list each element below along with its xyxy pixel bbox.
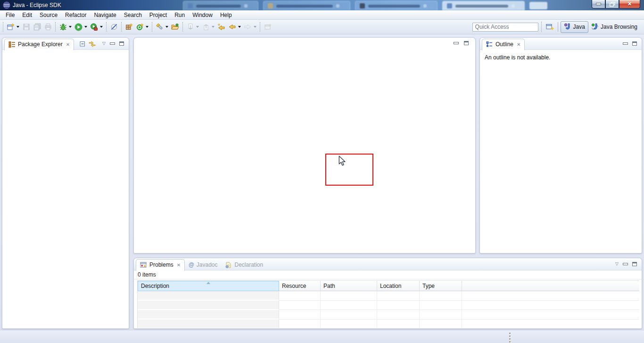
forward-dropdown[interactable] (254, 26, 256, 28)
previous-annotation-dropdown[interactable] (212, 26, 215, 28)
minimize-view-icon[interactable] (454, 42, 459, 44)
table-row (138, 291, 639, 301)
view-menu-icon[interactable]: ▽ (102, 41, 106, 46)
toolbar-separator (121, 22, 122, 32)
collapse-all-button[interactable] (78, 39, 87, 49)
close-icon[interactable]: ✕ (517, 42, 520, 47)
back-dropdown[interactable] (238, 26, 241, 28)
editor-area[interactable] (133, 37, 476, 253)
perspective-java-browsing-button[interactable]: Java Browsing (588, 22, 640, 33)
column-header-type[interactable]: Type (420, 281, 462, 291)
new-wizard-button[interactable] (5, 21, 16, 33)
close-icon: ✕ (627, 1, 632, 7)
window-title: Java - Eclipse SDK (13, 2, 61, 8)
package-explorer-content[interactable] (2, 50, 129, 329)
minimize-view-icon[interactable] (623, 263, 628, 265)
declaration-icon (225, 261, 232, 269)
view-menu-icon[interactable]: ▽ (615, 262, 619, 266)
new-java-project-button[interactable] (124, 21, 134, 33)
column-header-path[interactable]: Path (321, 281, 377, 291)
menu-run[interactable]: Run (171, 11, 189, 19)
java-perspective-icon (564, 23, 571, 32)
link-with-editor-button[interactable] (87, 39, 97, 49)
toolbar-handle (3, 22, 3, 32)
maximize-view-icon[interactable] (119, 41, 124, 46)
column-header-description[interactable]: Description (138, 281, 279, 291)
mouse-cursor (338, 155, 347, 168)
menu-help[interactable]: Help (216, 11, 236, 19)
debug-button[interactable] (58, 21, 68, 33)
menu-bar: File Edit Source Refactor Navigate Searc… (0, 10, 644, 20)
perspective-java-browsing-label: Java Browsing (601, 24, 637, 30)
menu-window[interactable]: Window (189, 11, 216, 19)
declaration-tab[interactable]: Declaration (221, 259, 267, 271)
maximize-view-icon[interactable] (632, 262, 637, 266)
toolbar-separator (152, 22, 152, 32)
close-icon[interactable]: ✕ (177, 262, 181, 268)
skip-breakpoints-button[interactable] (108, 21, 119, 33)
column-header-resource[interactable]: Resource (279, 281, 321, 291)
package-explorer-tab[interactable]: Package Explorer ✕ (4, 39, 74, 50)
print-button[interactable] (42, 21, 53, 33)
search-dropdown[interactable] (165, 26, 168, 28)
menu-project[interactable]: Project (146, 11, 171, 19)
rubber-band-selection (325, 154, 373, 186)
quick-access-input[interactable] (472, 23, 538, 32)
next-annotation-button[interactable] (185, 21, 196, 33)
save-all-button[interactable] (32, 21, 42, 33)
run-dropdown[interactable] (84, 26, 87, 28)
previous-annotation-button[interactable] (200, 21, 211, 33)
browser-tab (355, 1, 438, 10)
save-button[interactable] (21, 21, 32, 33)
new-java-class-dropdown[interactable] (146, 26, 149, 28)
menu-file[interactable]: File (2, 11, 18, 19)
table-row (138, 301, 639, 310)
pin-editor-button[interactable] (262, 21, 273, 33)
menu-navigate[interactable]: Navigate (90, 11, 120, 19)
restore-icon (610, 2, 615, 7)
search-button[interactable] (154, 21, 165, 33)
package-explorer-title: Package Explorer (18, 41, 63, 48)
close-icon[interactable]: ✕ (66, 42, 70, 47)
column-header-location[interactable]: Location (377, 281, 420, 291)
debug-dropdown[interactable] (69, 26, 72, 28)
window-close-button[interactable]: ✕ (619, 0, 640, 8)
maximize-view-icon[interactable] (632, 41, 637, 46)
javadoc-tab[interactable]: @ Javadoc (185, 259, 221, 271)
next-annotation-dropdown[interactable] (196, 26, 199, 28)
window-minimize-button[interactable] (592, 0, 605, 8)
external-tools-dropdown[interactable] (100, 26, 103, 28)
outline-view: Outline ✕ An outline is not available. (479, 37, 642, 253)
back-button[interactable] (227, 21, 238, 33)
minimize-view-icon[interactable] (623, 42, 628, 45)
forward-button[interactable] (242, 21, 253, 33)
external-tools-button[interactable] (89, 21, 99, 33)
maximize-view-icon[interactable] (464, 41, 469, 45)
perspective-java-label: Java (573, 24, 585, 30)
javadoc-title: Javadoc (197, 261, 218, 268)
outline-content: An outline is not available. (480, 50, 642, 65)
open-perspective-button[interactable] (545, 21, 555, 33)
open-type-button[interactable] (170, 21, 181, 33)
status-bar-drag-handle[interactable] (509, 333, 511, 343)
last-edit-location-button[interactable] (216, 21, 227, 33)
problems-tab[interactable]: Problems ✕ (136, 259, 185, 271)
problems-title: Problems (149, 261, 173, 268)
browser-tab (183, 1, 258, 10)
perspective-java-button[interactable]: Java (561, 21, 588, 33)
new-java-class-button[interactable] (134, 21, 145, 33)
menu-refactor[interactable]: Refactor (61, 11, 90, 19)
outline-tab[interactable]: Outline ✕ (482, 39, 525, 50)
outline-message: An outline is not available. (480, 50, 642, 65)
browser-new-tab (529, 2, 547, 9)
window-restore-button[interactable] (605, 0, 619, 8)
menu-edit[interactable]: Edit (18, 11, 36, 19)
menu-search[interactable]: Search (120, 11, 146, 19)
new-wizard-dropdown[interactable] (17, 26, 19, 28)
eclipse-window: Java - Eclipse SDK ✕ File Edit Source Re… (0, 0, 644, 343)
run-button[interactable] (73, 21, 84, 33)
table-row (138, 319, 639, 328)
minimize-view-icon[interactable] (110, 42, 115, 45)
java-browsing-perspective-icon (591, 23, 599, 32)
menu-source[interactable]: Source (36, 11, 61, 19)
